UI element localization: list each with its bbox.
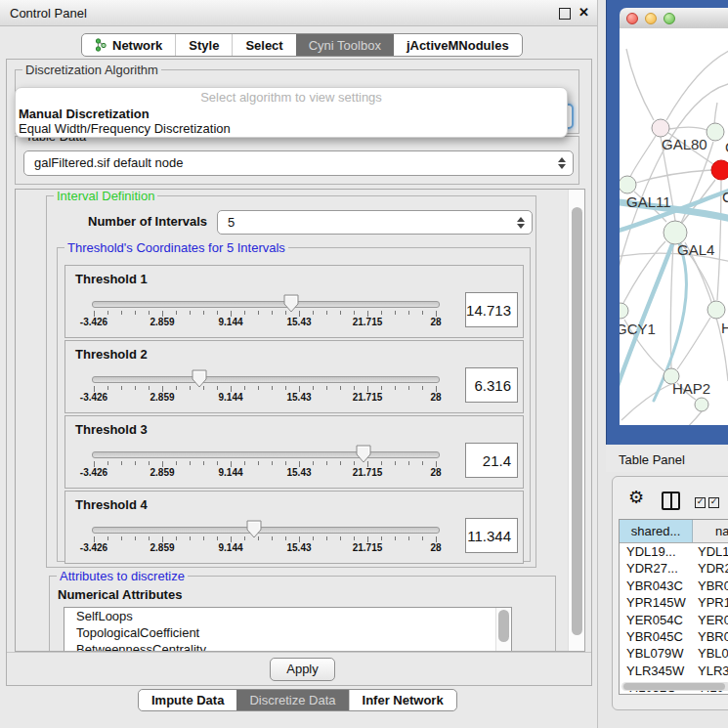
table-row[interactable]: YDR27...YDR2 — [620, 560, 728, 577]
cell-name[interactable]: YPR1 — [692, 594, 728, 611]
cell-shared-name[interactable]: YDL19... — [620, 543, 692, 560]
checkbox-icon[interactable] — [708, 497, 719, 508]
table-row[interactable]: YDL19...YDL1 — [620, 543, 728, 560]
bottom-tab-discretize-data[interactable]: Discretize Data — [236, 690, 348, 710]
attribute-item[interactable]: SelfLoops — [64, 608, 511, 624]
scrollbar-thumb[interactable] — [572, 207, 582, 635]
table-header-shared-name[interactable]: shared... — [620, 520, 693, 542]
tab-label: Cyni Toolbox — [309, 38, 381, 53]
cell-shared-name[interactable]: YDR27... — [620, 560, 692, 577]
cell-name[interactable]: YBL0 — [692, 645, 728, 662]
table-data-combobox[interactable]: galFiltered.sif default node — [23, 150, 574, 176]
attribute-item[interactable]: BetweennessCentrality — [64, 641, 511, 652]
threshold-value-field[interactable]: 6.316 — [465, 367, 518, 403]
table-row[interactable]: YBL079WYBL0 — [620, 645, 728, 662]
slider-tick — [190, 536, 191, 540]
cell-shared-name[interactable]: YER054C — [620, 612, 692, 628]
threshold-slider-track[interactable] — [92, 376, 440, 383]
network-canvas[interactable]: GAL80GACGAL11GAL4GCY1HHAP2 — [620, 28, 728, 425]
attribute-item[interactable]: TopologicalCoefficient — [64, 624, 511, 641]
slider-scale-label: -3.426 — [80, 392, 107, 403]
network-node-GCY1[interactable] — [620, 303, 628, 319]
tab-cyni-toolbox[interactable]: Cyni Toolbox — [296, 34, 394, 56]
scrollbar-thumb[interactable] — [623, 683, 725, 690]
column-layout-icon[interactable] — [662, 492, 680, 510]
num-intervals-combobox[interactable]: 5 — [217, 210, 533, 235]
slider-tick — [135, 311, 136, 315]
table-row[interactable]: YBR045CYBR0 — [620, 628, 728, 645]
attributes-list-scrollbar[interactable] — [495, 608, 511, 652]
apply-row: Apply — [7, 652, 591, 685]
cell-name[interactable]: YDL1 — [692, 543, 728, 560]
cell-name[interactable]: YER0 — [692, 612, 728, 628]
cell-shared-name[interactable]: YPR145W — [620, 594, 692, 611]
table-row[interactable]: YER054CYER0 — [620, 612, 728, 628]
cell-shared-name[interactable]: YBR043C — [620, 578, 692, 594]
network-node-H-node[interactable] — [707, 301, 725, 319]
table-row[interactable]: YPR145WYPR1 — [620, 594, 728, 611]
threshold-slider-track[interactable] — [92, 527, 440, 534]
network-node-node-top-right[interactable] — [707, 123, 724, 141]
slider-tick — [203, 461, 204, 465]
network-node-node-selected-red[interactable] — [711, 160, 728, 180]
bottom-tab-impute-data[interactable]: Impute Data — [139, 690, 236, 710]
network-node-label: H — [721, 320, 728, 336]
table-horizontal-scrollbar[interactable] — [621, 682, 728, 691]
cell-shared-name[interactable]: YLR345W — [620, 663, 692, 679]
threshold-slider-track[interactable] — [92, 301, 440, 308]
network-node-GAL11[interactable] — [620, 176, 636, 193]
threshold-value-field[interactable]: 14.713 — [465, 292, 518, 327]
tab-style[interactable]: Style — [175, 34, 232, 56]
zoom-traffic-light[interactable] — [664, 13, 675, 24]
scrollbar-thumb[interactable] — [498, 610, 509, 642]
float-window-icon[interactable] — [559, 8, 571, 20]
table-panel-title: Table Panel — [619, 452, 685, 467]
threshold-slider-track[interactable] — [92, 451, 440, 458]
cell-name[interactable]: YBR0 — [692, 628, 728, 645]
tab-select[interactable]: Select — [232, 34, 295, 56]
tab-jactivemnodules[interactable]: jActiveMNodules — [394, 34, 522, 56]
network-node-GAL80[interactable] — [652, 119, 669, 137]
threshold-slider-thumb[interactable] — [246, 520, 262, 538]
algorithm-option[interactable]: Manual Discretization — [16, 107, 567, 121]
threshold-slider-thumb[interactable] — [283, 294, 299, 313]
checkbox-icon[interactable] — [695, 497, 706, 508]
algorithm-option[interactable]: Equal Width/Frequency Discretization — [16, 121, 567, 136]
threshold-slider-thumb[interactable] — [356, 445, 371, 463]
tab-network[interactable]: Network — [82, 34, 175, 56]
slider-tick — [258, 386, 259, 390]
threshold-panel: Threshold 2-3.4262.8599.14415.4321.71528… — [64, 340, 524, 413]
slider-tick — [395, 461, 396, 465]
close-traffic-light[interactable] — [626, 13, 638, 24]
settings-scrollbar[interactable] — [568, 190, 584, 651]
cell-shared-name[interactable]: YBL079W — [620, 645, 692, 662]
minimize-traffic-light[interactable] — [645, 13, 657, 24]
combo-spinner-icon[interactable] — [517, 217, 525, 229]
slider-tick — [395, 386, 396, 390]
network-node-node-bottom[interactable] — [695, 398, 708, 411]
close-icon[interactable]: ✕ — [578, 5, 589, 20]
cell-name[interactable]: YDR2 — [692, 560, 728, 577]
attributes-group: Attributes to discretize Numerical Attri… — [49, 576, 556, 652]
slider-tick — [422, 536, 423, 540]
combo-spinner-icon[interactable] — [558, 157, 566, 169]
cell-name[interactable]: YBR0 — [692, 578, 728, 594]
slider-tick — [313, 386, 314, 390]
network-icon — [95, 38, 107, 52]
slider-tick — [203, 536, 204, 540]
tab-label: Network — [112, 38, 162, 53]
slider-tick — [326, 461, 327, 465]
apply-button[interactable]: Apply — [270, 658, 335, 681]
threshold-value-field[interactable]: 11.344 — [465, 518, 518, 553]
cell-shared-name[interactable]: YBR045C — [620, 628, 692, 645]
table-header-name[interactable]: na — [693, 520, 728, 542]
slider-tick — [244, 536, 245, 540]
threshold-slider-thumb[interactable] — [192, 369, 207, 388]
bottom-tab-infer-network[interactable]: Infer Network — [349, 690, 456, 710]
table-row[interactable]: YLR345WYLR3 — [620, 663, 728, 679]
cell-name[interactable]: YLR3 — [692, 663, 728, 679]
gear-icon[interactable]: ⚙ — [628, 489, 644, 506]
network-window: GAL80GACGAL11GAL4GCY1HHAP2 — [606, 0, 728, 445]
table-row[interactable]: YBR043CYBR0 — [620, 578, 728, 594]
threshold-value-field[interactable]: 21.4 — [465, 443, 518, 478]
